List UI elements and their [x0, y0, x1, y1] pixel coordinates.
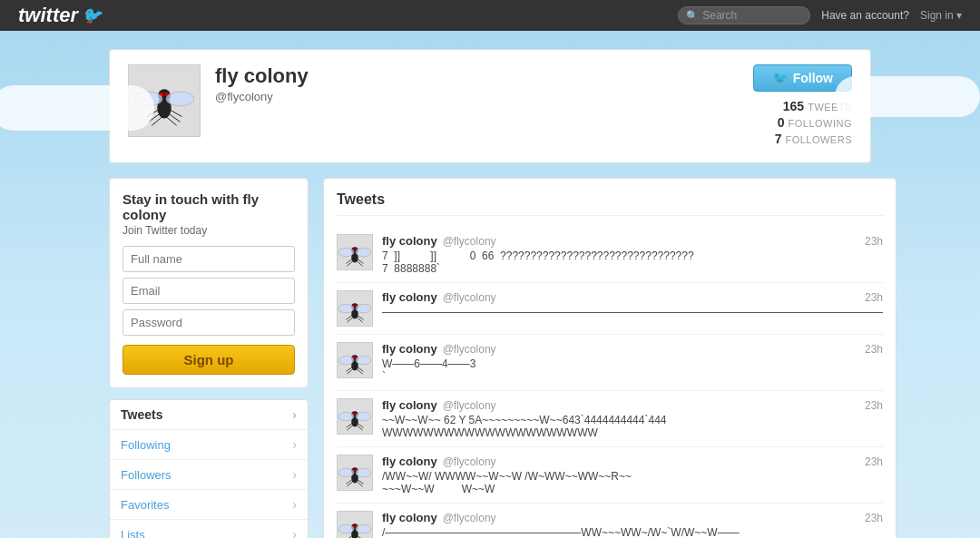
signup-box: Stay in touch with fly colony Join Twitt…	[109, 178, 309, 388]
tweet-item: fly colony @flycolony 23h W——6——4——3 `	[337, 335, 883, 391]
tweet-body: fly colony @flycolony 23h ~~W~~W~~ 62 Y …	[382, 398, 883, 439]
svg-point-52	[356, 412, 371, 421]
follow-bird-icon: 🐦	[772, 71, 788, 85]
tweets-list: fly colony @flycolony 23h 7 ]] ]] 0 66 ?…	[337, 227, 883, 538]
tweet-item: fly colony @flycolony 23h /WW~~W/ WWWW~~…	[337, 447, 883, 504]
tweet-username: fly colony	[382, 234, 437, 248]
left-panel: Stay in touch with fly colony Join Twitt…	[109, 178, 309, 538]
following-label: FOLLOWING	[788, 118, 852, 129]
signin-link[interactable]: Sign in ▾	[920, 9, 962, 22]
svg-point-41	[356, 356, 371, 365]
tweet-header: fly colony @flycolony 23h	[382, 398, 883, 412]
topbar-logo: twitter 🐦	[18, 4, 102, 27]
svg-point-6	[166, 92, 194, 106]
svg-point-51	[338, 412, 354, 421]
chevron-right-icon: ›	[292, 497, 297, 512]
signup-subtitle: Join Twitter today	[122, 224, 295, 237]
lists-link[interactable]: Lists	[121, 528, 145, 539]
tweet-handle: @flycolony	[443, 455, 496, 468]
tweet-handle: @flycolony	[443, 343, 496, 356]
tweet-time: 23h	[865, 235, 883, 248]
tweet-username: fly colony	[382, 455, 437, 468]
profile-info: fly colony @flycolony	[215, 64, 710, 103]
tweet-avatar	[337, 398, 373, 435]
tweet-avatar-fly	[338, 234, 372, 270]
tweet-header: fly colony @flycolony 23h	[382, 511, 883, 524]
followers-count: 7	[775, 132, 782, 146]
svg-point-73	[338, 524, 354, 533]
following-link[interactable]: Following	[121, 438, 171, 452]
followers-stat: 7 FOLLOWERS	[725, 132, 852, 146]
tweet-item: fly colony @flycolony 23h ~~W~~W~~ 62 Y …	[337, 391, 883, 447]
have-account-text: Have an account?	[821, 9, 909, 22]
tweet-username: fly colony	[382, 290, 437, 304]
nav-box: Tweets › Following › Followers › Favorit…	[109, 399, 309, 538]
bird-icon: 🐦	[82, 5, 102, 25]
tweets-panel-title: Tweets	[337, 191, 883, 216]
signup-button[interactable]: Sign up	[122, 345, 295, 375]
tweet-handle: @flycolony	[443, 399, 496, 412]
svg-point-18	[338, 248, 354, 257]
svg-point-29	[338, 304, 354, 313]
nav-item-followers[interactable]: Followers ›	[110, 460, 308, 490]
tweet-avatar-fly	[338, 511, 372, 538]
tweet-avatar	[337, 511, 373, 538]
topbar: twitter 🐦 🔍 Have an account? Sign in ▾	[0, 0, 980, 31]
nav-tweets-label: Tweets	[121, 407, 162, 422]
tweet-body: fly colony @flycolony 23h /WW~~W/ WWWW~~…	[382, 455, 883, 495]
following-count: 0	[778, 115, 785, 130]
tweet-body: fly colony @flycolony 23h /—————————————…	[382, 511, 883, 538]
search-icon: 🔍	[686, 10, 699, 22]
nav-item-favorites[interactable]: Favorites ›	[110, 490, 308, 520]
follow-btn-label: Follow	[793, 71, 833, 85]
profile-handle: @flycolony	[215, 90, 710, 103]
nav-item-lists[interactable]: Lists ›	[110, 520, 308, 538]
chevron-right-icon: ›	[292, 467, 297, 482]
tweet-text: ————————————————————————————————————————…	[382, 306, 883, 318]
tweet-handle: @flycolony	[443, 291, 496, 304]
followers-label: FOLLOWERS	[785, 134, 852, 145]
main-content: Stay in touch with fly colony Join Twitt…	[109, 178, 871, 538]
tweet-avatar-fly	[338, 455, 372, 491]
followers-link[interactable]: Followers	[121, 468, 172, 482]
fullname-input[interactable]	[122, 246, 295, 272]
svg-point-62	[338, 468, 354, 477]
svg-point-40	[338, 356, 354, 365]
tweet-text: W——6——4——3 `	[382, 357, 883, 383]
tweet-avatar-fly	[338, 342, 372, 378]
tweet-item: fly colony @flycolony 23h /—————————————…	[337, 504, 883, 538]
logo-text: twitter	[18, 4, 78, 27]
profile-card: fly colony @flycolony 🐦 Follow 165 TWEET…	[109, 49, 871, 163]
tweet-header: fly colony @flycolony 23h	[382, 455, 883, 468]
tweet-item: fly colony @flycolony 23h 7 ]] ]] 0 66 ?…	[337, 227, 883, 283]
tweet-avatar	[337, 342, 373, 378]
tweet-avatar	[337, 455, 373, 491]
tweets-count: 165	[783, 99, 804, 113]
search-box[interactable]: 🔍	[678, 6, 810, 24]
email-input[interactable]	[122, 278, 295, 304]
tweet-time: 23h	[865, 343, 883, 356]
tweet-body: fly colony @flycolony 23h W——6——4——3 `	[382, 342, 883, 383]
tweet-item: fly colony @flycolony 23h ——————————————…	[337, 283, 883, 335]
password-input[interactable]	[122, 309, 295, 336]
nav-item-following[interactable]: Following ›	[110, 430, 308, 460]
svg-point-19	[356, 248, 371, 257]
topbar-right: 🔍 Have an account? Sign in ▾	[678, 6, 962, 24]
tweet-handle: @flycolony	[443, 512, 496, 524]
search-input[interactable]	[702, 9, 802, 22]
tweet-username: fly colony	[382, 398, 437, 412]
chevron-right-icon: ›	[292, 437, 297, 452]
svg-point-74	[356, 524, 371, 533]
tweet-header: fly colony @flycolony 23h	[382, 290, 883, 304]
tweet-body: fly colony @flycolony 23h 7 ]] ]] 0 66 ?…	[382, 234, 883, 275]
profile-name: fly colony	[215, 64, 710, 88]
tweet-text: ~~W~~W~~ 62 Y 5A~~~~~~~~~W~~643`44444444…	[382, 414, 883, 439]
tweet-header: fly colony @flycolony 23h	[382, 342, 883, 356]
tweet-text: /——————————————————WW~~~WW~/W~`W/W~~W—— …	[382, 526, 883, 538]
tweets-stat: 165 TWEETS	[725, 99, 852, 113]
cloud-left	[0, 85, 154, 131]
signup-title: Stay in touch with fly colony	[122, 191, 295, 222]
favorites-link[interactable]: Favorites	[121, 498, 169, 512]
tweet-time: 23h	[865, 455, 883, 468]
tweet-handle: @flycolony	[443, 235, 496, 248]
